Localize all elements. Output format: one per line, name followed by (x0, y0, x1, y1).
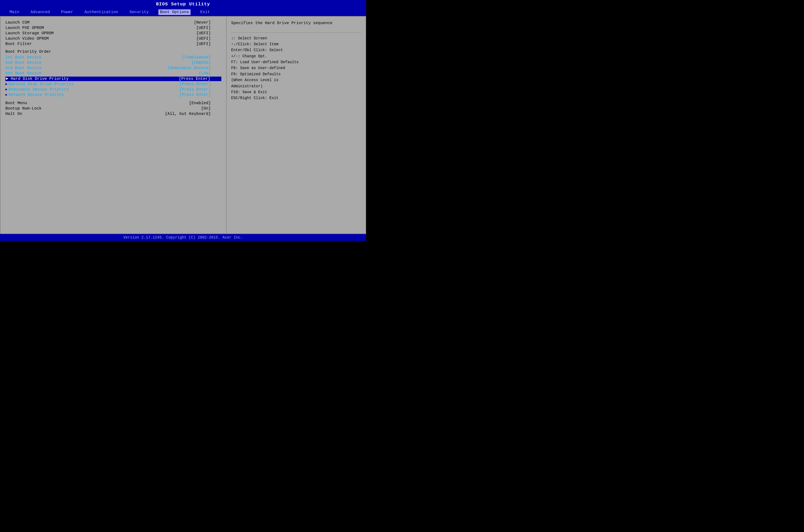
value-hdd-priority: [Press Enter] (179, 77, 210, 81)
menu-boot-options[interactable]: Boot Options (158, 10, 190, 15)
value-network-priority: [Press Enter] (179, 93, 211, 97)
label-hdd-priority: ► Hard Disk Drive Priority (6, 77, 69, 81)
menu-advanced[interactable]: Advanced (29, 10, 52, 15)
row-3rd-boot[interactable]: 3rd Boot Device [Removable Device] (5, 66, 221, 71)
key-f8: F8: Save as User-defined (231, 65, 361, 71)
label-boot-filter: Boot Filter (5, 42, 32, 46)
key-change-opt: +/-: Change Opt. (231, 53, 361, 59)
keys-text: ↕: Select Screen ↑↓/Click: Select Item E… (231, 35, 361, 101)
label-launch-storage: Launch Storage OPROM (5, 31, 54, 36)
key-f10: F10: Save & Exit (231, 89, 361, 95)
value-halt-on: [All, but Keyboard] (165, 112, 211, 116)
value-launch-video: [UEFI] (196, 36, 211, 41)
value-launch-pxe: [UEFI] (196, 26, 211, 30)
label-removable-priority: Removable Device Priority (8, 87, 69, 92)
value-3rd-boot: [Removable Device] (167, 66, 211, 71)
menu-security[interactable]: Security (128, 10, 150, 15)
row-odd-priority[interactable]: ► Optical Disk Drive Priority [Press Ent… (5, 82, 221, 87)
footer-text: Version 2.17.1245. Copyright (C) 2002-20… (123, 235, 242, 240)
key-select-item: ↑↓/Click: Select Item (231, 41, 361, 47)
row-launch-storage[interactable]: Launch Storage OPROM [UEFI] (5, 31, 221, 36)
help-text: Specifies the Hard Drive Priority sequen… (231, 20, 361, 26)
value-launch-storage: [UEFI] (196, 31, 211, 36)
menu-main[interactable]: Main (8, 10, 21, 15)
key-enter: Enter/Dbl Click: Select (231, 47, 361, 53)
value-boot-filter: [UEFI] (196, 42, 211, 46)
value-odd-priority: [Press Enter] (179, 82, 211, 87)
row-bootup-numlock[interactable]: Bootup Num-Lock [On] (5, 106, 221, 111)
label-odd-priority: Optical Disk Drive Priority (8, 82, 74, 87)
row-launch-pxe[interactable]: Launch PXE OPROM [UEFI] (5, 26, 221, 30)
key-esc: ESC/Right Click: Exit (231, 95, 361, 101)
title-text: BIOS Setup Utility (156, 2, 210, 7)
row-network-priority[interactable]: ► Network Device Priority [Press Enter] (5, 93, 221, 97)
row-2nd-boot[interactable]: 2nd Boot Device [CD&DVD] (5, 60, 221, 65)
menu-power[interactable]: Power (59, 10, 75, 15)
arrow-network-icon: ► (5, 93, 7, 97)
label-launch-pxe: Launch PXE OPROM (5, 26, 44, 30)
menu-exit[interactable]: Exit (199, 10, 212, 15)
boot-priority-header: Boot Priority Order (5, 50, 221, 54)
footer: Version 2.17.1245. Copyright (C) 2002-20… (0, 234, 366, 241)
label-2nd-boot: 2nd Boot Device (5, 60, 41, 65)
row-launch-csm[interactable]: Launch CSM [Never] (5, 20, 221, 25)
label-bootup-numlock: Bootup Num-Lock (5, 106, 41, 111)
label-3rd-boot: 3rd Boot Device (5, 66, 41, 71)
menu-authentication[interactable]: Authentication (83, 10, 120, 15)
row-removable-priority[interactable]: ► Removable Device Priority [Press Enter… (5, 87, 221, 92)
key-f9: F9: Optimized Defaults (231, 71, 361, 77)
label-network-priority: Network Device Priority (8, 93, 64, 97)
key-administrator: Administrator) (231, 83, 361, 89)
label-launch-video: Launch Video OPROM (5, 36, 49, 41)
row-hdd-priority[interactable]: ► Hard Disk Drive Priority [Press Enter] (5, 77, 221, 81)
row-boot-filter[interactable]: Boot Filter [UEFI] (5, 42, 221, 46)
label-boot-menu: Boot Menu (5, 101, 27, 106)
label-halt-on: Halt On (5, 112, 22, 116)
bios-screen: BIOS Setup Utility Main Advanced Power A… (0, 0, 366, 241)
key-access-level: (When Access Level is (231, 77, 361, 83)
label-launch-csm: Launch CSM (5, 20, 30, 25)
row-boot-menu[interactable]: Boot Menu [Enabled] (5, 101, 221, 106)
value-removable-priority: [Press Enter] (179, 87, 211, 92)
left-panel: Launch CSM [Never] Launch PXE OPROM [UEF… (1, 17, 227, 233)
right-panel: Specifies the Hard Drive Priority sequen… (227, 17, 366, 233)
value-1st-boot: [Tumbleweed] (182, 55, 211, 60)
value-launch-csm: [Never] (194, 20, 211, 25)
arrow-odd-icon: ► (5, 82, 7, 86)
value-4th-boot: [LAN] (199, 71, 211, 76)
row-launch-video[interactable]: Launch Video OPROM [UEFI] (5, 36, 221, 41)
value-2nd-boot: [CD&DVD] (191, 60, 211, 65)
value-bootup-numlock: [On] (201, 106, 211, 111)
label-1st-boot: 1st Boot Device (5, 55, 41, 60)
key-select-screen: ↕: Select Screen (231, 35, 361, 41)
divider (231, 32, 361, 33)
label-4th-boot: 4th Boot Device (5, 71, 41, 76)
row-4th-boot[interactable]: 4th Boot Device [LAN] (5, 71, 221, 76)
menu-bar: Main Advanced Power Authentication Secur… (0, 8, 366, 16)
row-halt-on[interactable]: Halt On [All, but Keyboard] (5, 112, 221, 116)
row-1st-boot[interactable]: 1st Boot Device [Tumbleweed] (5, 55, 221, 60)
value-boot-menu: [Enabled] (189, 101, 211, 106)
key-f7: F7: Load User-defined Defaults (231, 59, 361, 65)
title-bar: BIOS Setup Utility (0, 0, 366, 8)
arrow-removable-icon: ► (5, 88, 7, 92)
content-area: Launch CSM [Never] Launch PXE OPROM [UEF… (0, 16, 366, 234)
